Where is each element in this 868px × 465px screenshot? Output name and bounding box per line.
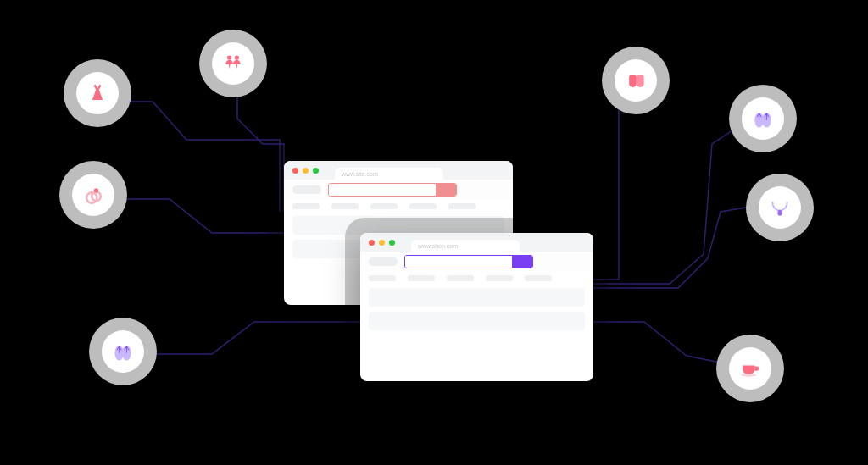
search-button[interactable]	[436, 184, 456, 196]
necklace-icon-wrap	[759, 186, 801, 229]
svg-point-4	[94, 188, 98, 192]
svg-point-1	[235, 55, 239, 59]
browser-url: www.shop.com	[418, 243, 458, 249]
browser-toolbar	[284, 180, 513, 200]
slippers-icon	[624, 69, 648, 92]
search-field[interactable]	[328, 183, 457, 197]
sandals-icon	[111, 340, 135, 363]
category-slippers	[602, 47, 670, 114]
nav-link[interactable]	[525, 275, 552, 281]
category-coffee	[716, 335, 784, 402]
search-input[interactable]	[405, 256, 512, 268]
ring-icon-wrap	[72, 174, 114, 216]
dress-icon	[86, 81, 109, 105]
traffic-light-min[interactable]	[303, 168, 309, 174]
svg-point-9	[777, 210, 782, 216]
category-ring	[59, 161, 127, 229]
nav-link[interactable]	[331, 203, 359, 209]
ring-icon	[81, 183, 105, 207]
content-row	[369, 288, 585, 307]
nav-link[interactable]	[292, 203, 320, 209]
content-row	[292, 216, 504, 235]
nav-link[interactable]	[447, 275, 474, 281]
traffic-light-close[interactable]	[292, 168, 298, 174]
flipflops-icon-wrap	[742, 97, 784, 140]
svg-point-10	[742, 374, 757, 377]
content-row	[369, 312, 585, 330]
browser-url: www.site.com	[342, 171, 378, 177]
necklace-icon	[768, 196, 792, 219]
nav-link[interactable]	[408, 275, 435, 281]
browser-chrome: www.shop.com	[360, 233, 593, 252]
search-field[interactable]	[404, 255, 533, 268]
coffee-icon	[738, 357, 762, 380]
category-necklace	[746, 174, 814, 241]
sandals-icon-wrap	[102, 330, 144, 373]
dress-icon-wrap	[76, 72, 119, 114]
nav-link[interactable]	[369, 275, 396, 281]
search-input[interactable]	[329, 184, 436, 196]
nav-link[interactable]	[370, 203, 398, 209]
nav-links	[284, 200, 513, 211]
nav-link[interactable]	[448, 203, 476, 209]
browser-tab[interactable]: www.site.com	[335, 168, 443, 180]
slippers-icon-wrap	[615, 59, 657, 102]
browser-chrome: www.site.com	[284, 161, 513, 180]
traffic-light-max[interactable]	[389, 240, 395, 246]
browser-toolbar	[360, 252, 593, 272]
nav-links	[360, 272, 593, 283]
svg-point-0	[227, 55, 231, 59]
category-earrings	[199, 30, 267, 97]
earrings-icon	[221, 52, 245, 75]
traffic-light-close[interactable]	[369, 240, 375, 246]
flipflops-icon	[751, 107, 775, 130]
browser-tab[interactable]: www.shop.com	[411, 240, 520, 252]
category-sandals	[89, 318, 157, 385]
nav-link[interactable]	[409, 203, 437, 209]
logo-placeholder	[292, 185, 321, 194]
category-flipflops	[729, 85, 797, 152]
earrings-icon-wrap	[212, 42, 254, 85]
category-dress	[64, 59, 131, 127]
nav-link[interactable]	[486, 275, 513, 281]
coffee-icon-wrap	[729, 347, 771, 390]
logo-placeholder	[369, 257, 398, 266]
traffic-light-max[interactable]	[313, 168, 319, 174]
browser-window-purple: www.shop.com	[360, 233, 593, 381]
traffic-light-min[interactable]	[379, 240, 385, 246]
search-button[interactable]	[512, 256, 532, 268]
